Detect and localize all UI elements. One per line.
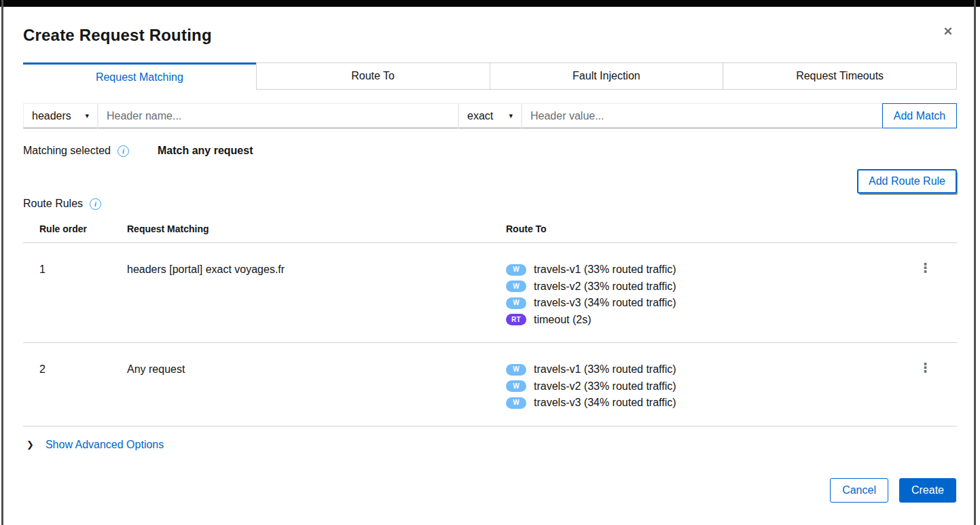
- chevron-down-icon: ▾: [509, 111, 513, 120]
- backdrop-left-edge: [1, 0, 3, 525]
- tab-route-to[interactable]: Route To: [256, 62, 490, 90]
- route-rules-label-row: Route Rules i: [23, 198, 957, 210]
- row-actions-cell: ⋮: [919, 261, 957, 328]
- route-to-cell: Wtravels-v1 (33% routed traffic)Wtravels…: [506, 361, 919, 412]
- match-builder-row: headers ▾ exact ▾ Add Match: [23, 103, 957, 128]
- weight-badge: W: [506, 397, 526, 409]
- route-destination-text: travels-v2 (33% routed traffic): [534, 278, 676, 295]
- table-row: 2Any requestWtravels-v1 (33% routed traf…: [23, 343, 957, 427]
- add-route-rule-row: Add Route Rule: [23, 169, 957, 194]
- show-advanced-options-link[interactable]: Show Advanced Options: [46, 439, 164, 451]
- advanced-options-toggle: ❯ Show Advanced Options: [23, 439, 957, 451]
- tab-fault-injection[interactable]: Fault Injection: [490, 62, 723, 90]
- add-route-rule-button[interactable]: Add Route Rule: [857, 169, 957, 194]
- dialog-header: Create Request Routing ✕: [23, 26, 957, 45]
- tab-label: Request Matching: [96, 71, 183, 84]
- weight-badge: W: [506, 264, 526, 276]
- column-header-rule-order: Rule order: [23, 223, 127, 234]
- header-value-input[interactable]: [522, 103, 882, 128]
- route-destination-text: travels-v3 (34% routed traffic): [534, 295, 676, 312]
- chevron-right-icon: ❯: [26, 439, 34, 450]
- create-button[interactable]: Create: [899, 478, 956, 503]
- weight-badge: W: [506, 297, 526, 309]
- tab-request-matching[interactable]: Request Matching: [23, 62, 256, 90]
- route-destination-text: timeout (2s): [534, 312, 591, 329]
- route-line: Wtravels-v1 (33% routed traffic): [506, 361, 919, 378]
- add-match-button[interactable]: Add Match: [882, 103, 957, 128]
- route-destination-text: travels-v1 (33% routed traffic): [534, 261, 676, 278]
- matching-selected-row: Matching selected i Match any request: [23, 145, 957, 157]
- request-matching-cell: headers [portal] exact voyages.fr: [127, 261, 506, 328]
- weight-badge: W: [506, 380, 526, 392]
- request-matching-cell: Any request: [127, 361, 506, 412]
- route-destination-text: travels-v1 (33% routed traffic): [534, 361, 676, 378]
- row-actions-cell: ⋮: [919, 361, 957, 412]
- column-header-request-matching: Request Matching: [127, 223, 506, 234]
- column-header-route-to: Route To: [506, 223, 919, 234]
- kebab-menu-icon[interactable]: ⋮: [919, 361, 932, 412]
- chevron-down-icon: ▾: [85, 111, 89, 120]
- route-line: RTtimeout (2s): [506, 312, 919, 329]
- route-line: Wtravels-v1 (33% routed traffic): [506, 261, 919, 278]
- rule-order-cell: 1: [23, 261, 127, 328]
- create-request-routing-dialog: Create Request Routing ✕ Request Matchin…: [3, 7, 974, 525]
- route-rules-table: Rule order Request Matching Route To 1he…: [23, 215, 957, 427]
- timeout-badge: RT: [506, 314, 526, 325]
- rule-order-cell: 2: [23, 361, 127, 412]
- tab-request-timeouts[interactable]: Request Timeouts: [723, 62, 957, 90]
- header-name-input[interactable]: [98, 103, 458, 128]
- route-to-cell: Wtravels-v1 (33% routed traffic)Wtravels…: [506, 261, 919, 328]
- match-category-value: headers: [32, 110, 71, 122]
- weight-badge: W: [506, 364, 526, 376]
- cancel-button[interactable]: Cancel: [830, 478, 888, 503]
- page-title: Create Request Routing: [23, 26, 957, 45]
- backdrop-right-edge: [974, 0, 976, 525]
- info-icon[interactable]: i: [117, 145, 129, 157]
- backdrop-top: [0, 0, 980, 7]
- dialog-footer: Cancel Create: [23, 478, 957, 503]
- route-line: Wtravels-v2 (33% routed traffic): [506, 278, 919, 295]
- tab-label: Route To: [351, 70, 395, 82]
- close-icon[interactable]: ✕: [943, 26, 953, 37]
- match-operator-select[interactable]: exact ▾: [458, 103, 522, 128]
- match-operator-value: exact: [467, 110, 493, 122]
- info-icon[interactable]: i: [90, 198, 101, 210]
- table-header-row: Rule order Request Matching Route To: [23, 215, 957, 243]
- match-category-select[interactable]: headers ▾: [23, 103, 98, 128]
- table-body: 1headers [portal] exact voyages.frWtrave…: [23, 243, 957, 427]
- weight-badge: W: [506, 280, 526, 292]
- tab-label: Request Timeouts: [796, 70, 884, 82]
- route-destination-text: travels-v3 (34% routed traffic): [534, 395, 676, 412]
- route-rules-label: Route Rules: [23, 198, 83, 210]
- matching-selected-value: Match any request: [158, 145, 253, 157]
- table-row: 1headers [portal] exact voyages.frWtrave…: [23, 243, 957, 343]
- route-destination-text: travels-v2 (33% routed traffic): [534, 378, 676, 395]
- kebab-menu-icon[interactable]: ⋮: [919, 261, 932, 328]
- route-line: Wtravels-v2 (33% routed traffic): [506, 378, 919, 395]
- route-line: Wtravels-v3 (34% routed traffic): [506, 295, 919, 312]
- matching-selected-label: Matching selected: [23, 145, 111, 157]
- tab-bar: Request Matching Route To Fault Injectio…: [23, 62, 957, 90]
- route-line: Wtravels-v3 (34% routed traffic): [506, 395, 919, 412]
- tab-label: Fault Injection: [573, 70, 640, 82]
